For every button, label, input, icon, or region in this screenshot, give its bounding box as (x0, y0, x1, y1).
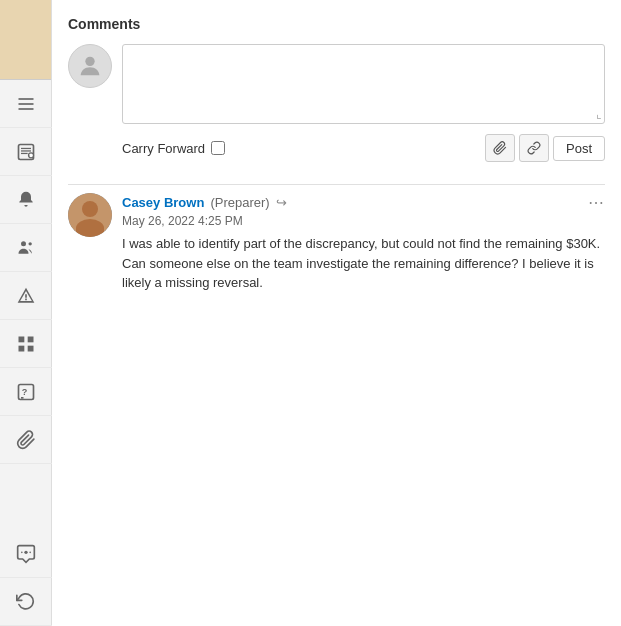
grid-icon (16, 334, 36, 354)
comment-thread: Casey Brown (Preparer) ↪ ⋯ May 26, 2022 … (68, 193, 605, 293)
svg-rect-2 (18, 108, 33, 110)
svg-point-10 (28, 242, 31, 245)
sidebar-item-list[interactable] (0, 80, 52, 128)
action-buttons: Post (485, 134, 605, 162)
svg-rect-4 (21, 147, 31, 148)
attach-icon (493, 141, 507, 155)
svg-rect-17 (21, 397, 24, 399)
svg-text:?: ? (21, 387, 27, 397)
commenter-name: Casey Brown (122, 195, 204, 210)
svg-point-18 (24, 550, 27, 553)
report-icon: ! (16, 142, 36, 162)
sidebar-item-warning[interactable] (0, 272, 52, 320)
svg-rect-13 (18, 345, 24, 351)
sidebar: ! ? (0, 0, 52, 626)
warning-icon (16, 286, 36, 306)
comment-date: May 26, 2022 4:25 PM (122, 214, 605, 228)
sidebar-accent (0, 0, 51, 80)
share-icon[interactable]: ↪ (276, 195, 287, 210)
sidebar-item-users[interactable] (0, 224, 52, 272)
carry-forward-checkbox[interactable] (211, 141, 225, 155)
carry-forward-left: Carry Forward (122, 141, 225, 156)
commenter-avatar (68, 193, 112, 237)
comment-header: Casey Brown (Preparer) ↪ ⋯ (122, 193, 605, 212)
svg-rect-5 (21, 150, 31, 151)
sidebar-item-refresh[interactable] (0, 578, 52, 626)
svg-rect-1 (18, 103, 33, 105)
chat-settings-icon (16, 544, 36, 564)
more-options-icon[interactable]: ⋯ (588, 193, 605, 212)
svg-point-20 (29, 551, 31, 553)
sidebar-icons: ! ? (0, 80, 51, 530)
link-icon (527, 141, 541, 155)
current-user-avatar (68, 44, 112, 88)
help-icon: ? (16, 382, 36, 402)
list-icon (16, 94, 36, 114)
sidebar-item-report[interactable]: ! (0, 128, 52, 176)
sidebar-item-help[interactable]: ? (0, 368, 52, 416)
section-title: Comments (68, 16, 605, 32)
sidebar-bottom (0, 530, 51, 626)
svg-text:!: ! (29, 153, 30, 158)
carry-forward-row: Carry Forward Post (122, 134, 605, 162)
svg-rect-0 (18, 98, 33, 100)
svg-rect-6 (21, 152, 28, 153)
commenter-role: (Preparer) (210, 195, 269, 210)
comment-body: Casey Brown (Preparer) ↪ ⋯ May 26, 2022 … (122, 193, 605, 293)
comment-text: I was able to identify part of the discr… (122, 234, 605, 293)
resize-handle: ⌞ (596, 107, 602, 121)
bell-icon (16, 190, 36, 210)
refresh-icon (16, 592, 36, 612)
attach-button[interactable] (485, 134, 515, 162)
sidebar-item-chat-settings[interactable] (0, 530, 52, 578)
svg-rect-11 (18, 336, 24, 342)
paperclip-icon (16, 430, 36, 450)
link-button[interactable] (519, 134, 549, 162)
users-icon (16, 238, 36, 258)
comment-textarea[interactable] (123, 45, 604, 120)
svg-point-21 (85, 57, 94, 66)
avatar-image (68, 193, 112, 237)
svg-rect-12 (27, 336, 33, 342)
comment-input-wrapper: ⌞ (122, 44, 605, 124)
divider (68, 184, 605, 185)
sidebar-item-grid[interactable] (0, 320, 52, 368)
post-button[interactable]: Post (553, 136, 605, 161)
carry-forward-label: Carry Forward (122, 141, 205, 156)
user-placeholder-icon (76, 52, 104, 80)
svg-point-9 (21, 241, 26, 246)
main-content: Comments ⌞ Carry Forward (52, 0, 621, 626)
comment-input-row: ⌞ (68, 44, 605, 124)
sidebar-item-notifications[interactable] (0, 176, 52, 224)
sidebar-item-attachment[interactable] (0, 416, 52, 464)
svg-point-19 (21, 551, 23, 553)
svg-rect-14 (27, 345, 33, 351)
